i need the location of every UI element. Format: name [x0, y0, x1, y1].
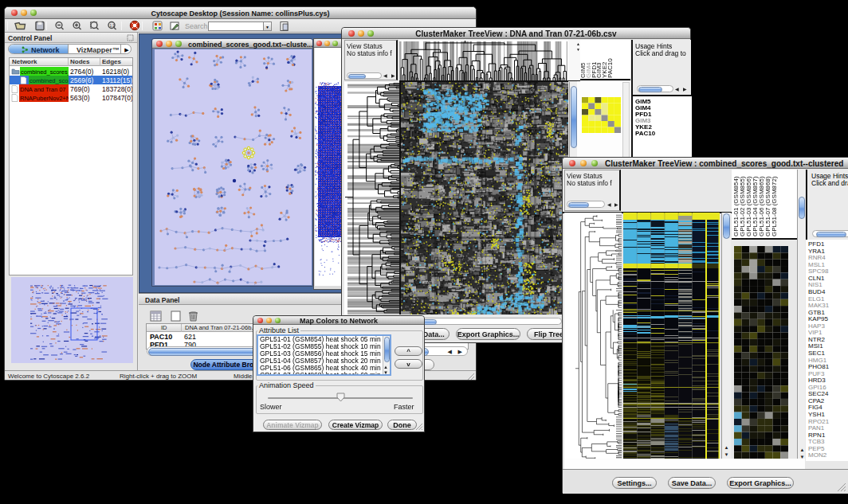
- svg-text:1:1: 1:1: [109, 24, 115, 28]
